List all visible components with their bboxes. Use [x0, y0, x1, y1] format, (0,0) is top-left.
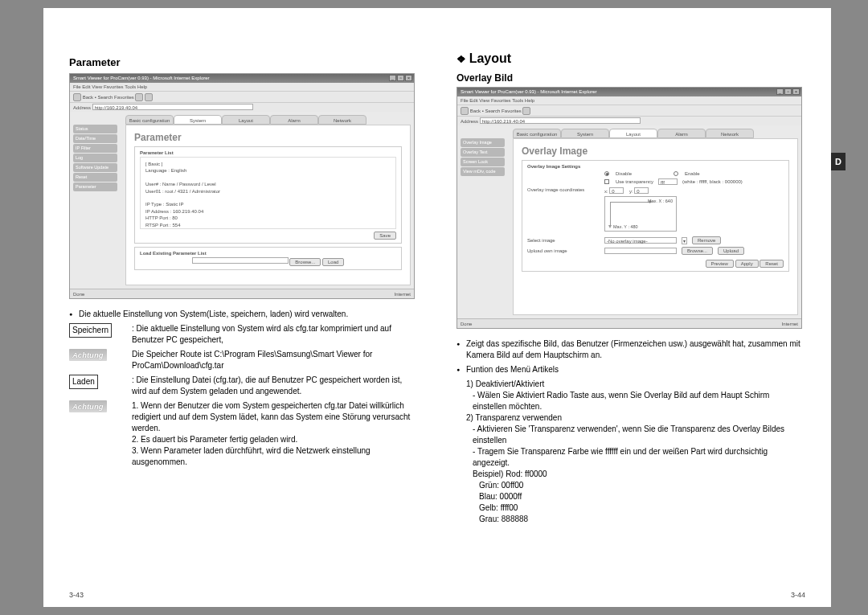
item2-text1: - Aktivieren Sie 'Transparenz verwenden'…	[457, 424, 805, 446]
transparency-row: Use transparency fff (white : ffffff, bl…	[527, 178, 784, 185]
browser-titlebar: Smart Viewer for ProCam(ver 0.93) - Micr…	[457, 88, 801, 96]
achtung2-row: Achtung 1. Wenn der Benutzer die vom Sys…	[69, 400, 415, 468]
toolbar-text: Back • Search Favorites	[470, 109, 522, 113]
page-right: ❖ Layout Overlay Bild D Smart Viewer for…	[437, 8, 831, 607]
sidebar-item: Status	[73, 125, 117, 133]
laden-label: Laden	[69, 375, 98, 389]
transparency-checkbox[interactable]	[604, 179, 609, 184]
browser-title: Smart Viewer for ProCam(ver 0.93) - Micr…	[73, 76, 210, 80]
color-grau: Grau: 888888	[457, 514, 805, 525]
icon	[145, 93, 153, 101]
enable-radio[interactable]	[674, 171, 678, 176]
y-input[interactable]: 0	[634, 187, 649, 194]
tab: Alarm	[657, 129, 706, 138]
tab: Basic configuration	[513, 129, 561, 138]
address-label: Address	[461, 119, 478, 124]
browser-titlebar: Smart Viewer for ProCam(ver 0.93) - Micr…	[70, 74, 414, 83]
laden-text: : Die Einstellung Datei (cfg.tar), die a…	[132, 375, 415, 397]
address-bar: Address http://160.219.40.04	[457, 116, 801, 125]
parameter-panel: Parameter Parameter List [ Basic ] Langu…	[125, 125, 411, 285]
window-buttons: _▫×	[776, 88, 800, 95]
load-button[interactable]: Load	[322, 258, 344, 266]
browser-menubar: File Edit View Favorites Tools Help	[70, 83, 414, 91]
save-button[interactable]: Save	[374, 232, 396, 240]
page-left: Parameter Smart Viewer for ProCam(ver 0.…	[43, 8, 437, 607]
window-buttons: _▫×	[389, 75, 412, 81]
select-image-dropdown[interactable]: -No overlay image-	[604, 237, 677, 244]
y-label: y:	[629, 189, 633, 194]
bullet1: Zeigt das spezifische Bild, das Benutzer…	[457, 338, 805, 361]
achtung2-list: 1. Wenn der Benutzer die vom System gesp…	[132, 400, 415, 468]
overlay-settings-box: Overlay Image Settings Disable Enable Us…	[522, 160, 789, 272]
browse-button[interactable]: Browse...	[682, 247, 713, 255]
right-heading: Overlay Bild	[457, 72, 805, 84]
item1-title: 1) Deaktiviert/Aktiviert	[457, 379, 805, 390]
browser-title: Smart Viewer for ProCam(ver 0.93) - Micr…	[461, 89, 597, 94]
browser-toolbar: Back • Search Favorites	[70, 91, 414, 102]
preview-button[interactable]: Preview	[706, 260, 734, 268]
browser-toolbar: Back • Search Favorites	[457, 105, 801, 116]
upload-button[interactable]: Upload	[718, 247, 744, 255]
upload-path-input[interactable]	[604, 248, 677, 254]
color-gruen: Grün: 00ff00	[457, 480, 805, 491]
tab-active: Layout	[609, 129, 657, 138]
left-heading: Parameter	[69, 56, 415, 68]
laden-row: Laden : Die Einstellung Datei (cfg.tar),…	[69, 375, 415, 397]
sidebar-item: Reset	[73, 173, 117, 182]
coord-label: Overlay image coordinates	[527, 187, 600, 192]
x-input[interactable]: 0	[609, 187, 624, 194]
tab: Basic configuration	[125, 115, 174, 125]
sidebar-item: Screen Look	[461, 158, 505, 166]
achtung1-text: Die Speicher Route ist C:\Program Files\…	[132, 349, 415, 371]
para1: Die aktuelle Einstellung von System(List…	[69, 309, 415, 320]
achtung-label: Achtung	[69, 349, 107, 361]
list-item: 3. Wenn Parameter laden dürchführt, wird…	[132, 445, 415, 468]
sidebar-item: Date/Time	[73, 134, 117, 143]
file-path-input[interactable]	[192, 257, 289, 264]
tab: Network	[318, 115, 366, 125]
bullet2: Funtion des Menü Artikels	[457, 364, 805, 375]
enable-label: Enable	[685, 171, 700, 176]
browser-screenshot-left: Smart Viewer for ProCam(ver 0.93) - Micr…	[69, 73, 415, 299]
apply-button[interactable]: Apply	[735, 260, 759, 268]
color-gelb: Gelb: ffff00	[457, 502, 805, 514]
dropdown-arrow-icon[interactable]: ▾	[682, 237, 687, 244]
page-number-left: 3-43	[69, 591, 84, 599]
status-left: Done	[73, 289, 84, 298]
remove-button[interactable]: Remove	[692, 236, 721, 244]
back-icon	[73, 93, 81, 101]
upload-label: Upload own image	[527, 248, 600, 253]
color-rod: Rod: ff0000	[506, 469, 547, 478]
coord-row: Overlay image coordinates x: 0 y: 0	[527, 187, 784, 234]
load-title: Load Existing Parameter List	[140, 251, 396, 256]
sidebar-item: IP Filter	[73, 144, 117, 153]
statusbar: Done Internet	[457, 318, 801, 328]
settings-title: Overlay Image Settings	[527, 164, 784, 169]
address-bar: Address http://160.219.40.04	[70, 102, 414, 112]
disable-label: Disable	[616, 171, 632, 176]
item2-title: 2) Transparenz verwenden	[457, 412, 805, 424]
speichern-row: Speichern : Die aktuelle Einstellung von…	[69, 323, 415, 346]
reset-button[interactable]: Reset	[760, 260, 784, 268]
statusbar: Done Internet	[70, 289, 414, 298]
x-label: x:	[604, 189, 608, 194]
url-field: http://160.219.40.04	[480, 117, 641, 124]
icon	[522, 107, 530, 115]
transparency-color-input[interactable]: fff	[658, 178, 678, 185]
disable-radio[interactable]	[604, 171, 609, 176]
enable-row: Disable Enable	[527, 171, 784, 176]
browse-button[interactable]: Browse...	[289, 258, 321, 266]
select-image-label: Select image	[527, 238, 600, 243]
admin-tabs: Basic configuration System Layout Alarm …	[513, 129, 798, 138]
admin-sidebar: Overlay Image Overlay Text Screen Look V…	[461, 138, 505, 177]
sidebar-item: Overlay Image	[461, 138, 505, 147]
tab: System	[561, 129, 609, 138]
status-right: Internet	[395, 289, 411, 298]
item2-text2: - Tragem Sie Transparenz Farbe wie fffff…	[457, 446, 805, 469]
achtung-label: Achtung	[69, 400, 107, 412]
page-number-right: 3-44	[791, 591, 805, 599]
load-list-box: Load Existing Parameter List Browse... L…	[134, 247, 402, 270]
sidebar-item: Parameter	[73, 182, 117, 191]
panel-title: Parameter	[134, 132, 402, 143]
status-left: Done	[461, 319, 472, 328]
